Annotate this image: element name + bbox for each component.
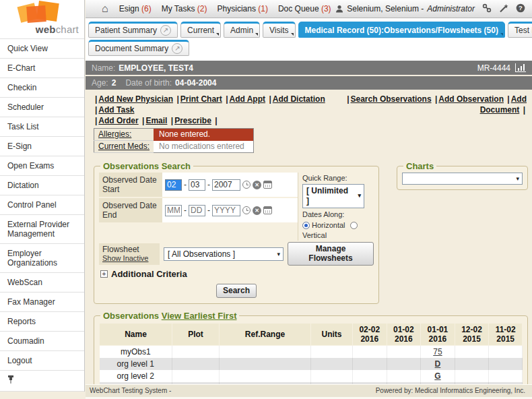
sidebar-item-fax-manager[interactable]: Fax Manager xyxy=(0,293,84,312)
charts-select[interactable]: ▾ xyxy=(402,173,523,185)
expand-additional-criteria-icon[interactable]: + xyxy=(100,270,108,278)
end-calendar-icon[interactable] xyxy=(263,206,272,214)
sidebar: webchart Quick View E-Chart Checkin Sche… xyxy=(0,0,85,392)
top-toolbar: ⌂ Esign (6) My Tasks (2) Physicians (1) … xyxy=(86,0,532,18)
link-add-order[interactable]: Add Order xyxy=(98,116,138,125)
quick-range-select[interactable]: [ Unlimited ] ▾ xyxy=(302,184,364,208)
table-row-myobs1: myObs1 75 xyxy=(100,346,523,359)
obs-value-link[interactable]: 75 xyxy=(433,347,442,357)
svg-text:?: ? xyxy=(519,4,523,11)
tab-admin[interactable]: Admin xyxy=(224,22,260,38)
sidebar-item-e-sign[interactable]: E-Sign xyxy=(0,137,84,156)
tab-current[interactable]: Current xyxy=(180,22,221,38)
sidebar-item-webscan[interactable]: WebScan xyxy=(0,273,84,293)
vertical-radio[interactable] xyxy=(350,222,358,229)
start-year-input[interactable] xyxy=(212,179,240,191)
nav-esign[interactable]: Esign (6) xyxy=(119,4,152,13)
sidebar-item-checkin[interactable]: Checkin xyxy=(0,78,84,98)
link-add-new-physician[interactable]: Add New Physician xyxy=(98,94,173,104)
horizontal-radio[interactable] xyxy=(302,222,310,229)
link-add-dictation[interactable]: Add Dictation xyxy=(273,94,325,104)
start-month-input[interactable] xyxy=(165,179,182,191)
sidebar-pin-toggle[interactable] xyxy=(0,371,84,392)
chart-graph-icon[interactable] xyxy=(515,63,526,72)
quick-links-icon[interactable] xyxy=(482,3,492,15)
patient-age: 2 xyxy=(112,78,117,88)
quick-range-label: Quick Range: xyxy=(302,173,374,183)
nav-doc-queue[interactable]: Doc Queue (3) xyxy=(278,4,331,13)
wand-icon[interactable] xyxy=(499,3,508,15)
tab-medical-record-observations[interactable]: Medical Record (50):Observations/Flowshe… xyxy=(298,22,505,38)
sidebar-item-dictation[interactable]: Dictation xyxy=(0,176,84,195)
observed-date-end-label: Observed Date End xyxy=(99,198,162,222)
current-meds-row: Current Meds: No medications entered xyxy=(94,141,254,153)
link-print-chart[interactable]: Print Chart xyxy=(180,94,222,104)
link-add-observation[interactable]: Add Observation xyxy=(438,94,504,104)
start-day-input[interactable] xyxy=(189,179,205,191)
medical-record-number: MR-4444 xyxy=(477,63,510,73)
doc-queue-count-badge: (3) xyxy=(321,4,331,13)
end-year-input[interactable] xyxy=(212,205,240,216)
table-row-org-level-1: org level 1 D xyxy=(100,358,523,370)
sidebar-item-control-panel[interactable]: Control Panel xyxy=(0,195,84,215)
link-email[interactable]: Email xyxy=(145,116,167,125)
charts-panel: Charts ▾ xyxy=(397,161,528,190)
popout-icon[interactable]: ↗ xyxy=(160,25,171,36)
tab-dropdown-caret-icon xyxy=(216,33,219,36)
end-month-input[interactable] xyxy=(165,205,182,216)
sidebar-item-reports[interactable]: Reports xyxy=(0,312,84,332)
vertical-radio-label: Vertical xyxy=(302,231,327,239)
table-row-org-level-2: org level 2 G xyxy=(100,370,523,382)
nav-my-tasks[interactable]: My Tasks (2) xyxy=(162,4,207,13)
sidebar-item-open-exams[interactable]: Open Exams xyxy=(0,156,84,176)
start-time-icon[interactable] xyxy=(242,181,251,189)
obs-value-link[interactable]: D xyxy=(435,359,441,369)
current-meds-link[interactable]: Current Meds: xyxy=(98,142,149,151)
tab-visits[interactable]: Visits xyxy=(263,22,295,38)
link-add-appt[interactable]: Add Appt xyxy=(229,94,265,104)
view-earliest-first-link[interactable]: View Earliest First xyxy=(162,311,237,321)
tab-dropdown-caret-icon xyxy=(291,33,294,36)
flowsheet-select[interactable]: [ All Observations ] ▾ xyxy=(164,247,284,261)
show-inactive-link[interactable]: Show Inactive xyxy=(102,254,148,262)
observations-title: Observations xyxy=(103,311,159,321)
start-calendar-icon[interactable] xyxy=(263,181,272,189)
allergies-link[interactable]: Allergies: xyxy=(98,129,131,139)
chevron-down-icon: ▾ xyxy=(358,191,361,201)
esign-count-badge: (6) xyxy=(141,4,152,13)
link-prescribe[interactable]: Prescribe xyxy=(174,116,211,125)
home-icon[interactable]: ⌂ xyxy=(102,4,108,13)
sidebar-item-quick-view[interactable]: Quick View xyxy=(0,39,84,59)
tab-dropdown-caret-icon xyxy=(255,33,258,36)
help-icon[interactable]: ? xyxy=(516,3,525,15)
manage-flowsheets-button[interactable]: Manage Flowsheets xyxy=(288,242,374,266)
link-search-observations[interactable]: Search Observations xyxy=(351,94,432,104)
sidebar-item-e-chart[interactable]: E-Chart xyxy=(0,59,84,78)
quick-links-line1: |Add New Physician |Print Chart |Add App… xyxy=(94,94,329,115)
physicians-count-badge: (1) xyxy=(258,4,268,13)
logo-shapes-icon xyxy=(18,2,66,25)
sidebar-item-scheduler[interactable]: Scheduler xyxy=(0,98,84,117)
link-add-task[interactable]: Add Task xyxy=(98,105,134,115)
popout-icon[interactable]: ↗ xyxy=(172,43,182,54)
end-clear-icon[interactable]: ✕ xyxy=(253,206,261,215)
tab-patient-summary[interactable]: Patient Summary ↗ xyxy=(88,22,178,38)
obs-value-link[interactable]: G xyxy=(434,371,440,381)
col-date-1: 01-022016 xyxy=(387,324,421,346)
current-meds-value: No medications entered xyxy=(154,141,253,153)
nav-physicians[interactable]: Physicians (1) xyxy=(218,4,268,13)
tab-document-summary[interactable]: Document Summary ↗ xyxy=(88,40,189,56)
quick-links-line2: |Add Order |Email |Prescribe | xyxy=(94,115,329,126)
end-day-input[interactable] xyxy=(189,205,205,216)
sidebar-item-external-provider-management[interactable]: External Provider Management xyxy=(0,215,84,244)
sidebar-item-employer-organizations[interactable]: Employer Organizations xyxy=(0,244,84,273)
col-name: Name xyxy=(100,324,172,346)
quick-links: |Add New Physician |Print Chart |Add App… xyxy=(86,90,532,126)
sidebar-item-logout[interactable]: Logout xyxy=(0,351,84,371)
sidebar-item-task-list[interactable]: Task List xyxy=(0,117,84,137)
sidebar-item-coumadin[interactable]: Coumadin xyxy=(0,332,84,351)
search-button[interactable]: Search xyxy=(216,284,257,298)
tab-test-results[interactable]: Test Results xyxy=(508,22,532,38)
end-time-icon[interactable] xyxy=(242,206,251,214)
start-clear-icon[interactable]: ✕ xyxy=(253,181,261,189)
